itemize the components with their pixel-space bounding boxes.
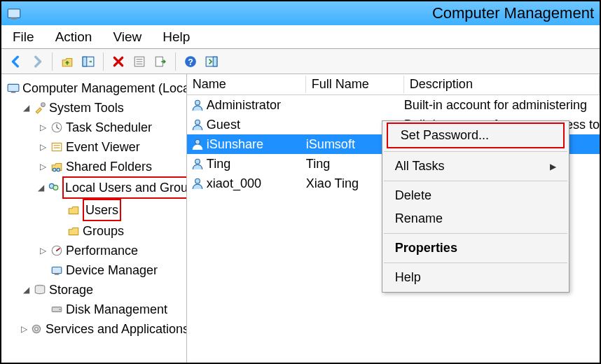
event-viewer-icon	[50, 141, 63, 153]
tree-event-viewer[interactable]: ▷ Event Viewer	[4, 137, 184, 157]
expander-open-icon[interactable]: ◢	[21, 285, 31, 295]
svg-point-36	[195, 159, 200, 164]
context-all-tasks[interactable]: All Tasks▶	[382, 155, 569, 178]
window-titlebar: Computer Management	[1, 1, 600, 25]
menu-help[interactable]: Help	[160, 27, 193, 48]
context-rename[interactable]: Rename	[382, 207, 569, 230]
clock-icon	[50, 121, 63, 134]
context-label: Set Password...	[401, 128, 489, 143]
menu-file[interactable]: File	[10, 27, 37, 48]
svg-point-23	[53, 186, 58, 190]
window-title: Computer Management	[432, 4, 594, 22]
tree-device-manager[interactable]: Device Manager	[4, 260, 184, 280]
svg-point-37	[195, 178, 200, 183]
context-label: All Tasks	[395, 159, 445, 174]
toolbar-separator	[103, 52, 104, 71]
back-button[interactable]	[7, 52, 25, 71]
tree-label: Performance	[66, 241, 138, 260]
user-icon	[191, 177, 204, 190]
services-icon	[30, 323, 43, 335]
svg-point-35	[195, 139, 200, 144]
context-delete[interactable]: Delete	[382, 184, 569, 207]
workspace: Computer Management (Local) ◢ System Too…	[1, 74, 600, 363]
tree-performance[interactable]: ▷ Performance	[4, 241, 184, 260]
action-panel-button[interactable]	[202, 52, 221, 71]
tree-label: Event Viewer	[66, 137, 140, 157]
tree-system-tools[interactable]: ◢ System Tools	[4, 98, 184, 118]
tree-groups[interactable]: Groups	[4, 221, 184, 241]
tree-shared-folders[interactable]: ▷ Shared Folders	[4, 157, 184, 176]
users-groups-icon	[47, 181, 60, 194]
help-button[interactable]: ?	[181, 52, 200, 71]
tree-root[interactable]: Computer Management (Local)	[4, 78, 184, 98]
highlighted-tree-item: Users	[83, 199, 121, 221]
user-icon	[191, 118, 204, 131]
svg-rect-17	[52, 143, 62, 150]
expander-closed-icon[interactable]: ▷	[21, 324, 27, 334]
svg-rect-13	[8, 84, 19, 91]
expander-open-icon[interactable]: ◢	[21, 103, 31, 113]
context-set-password[interactable]: Set Password...	[387, 122, 565, 148]
expander-closed-icon[interactable]: ▷	[38, 162, 48, 172]
tree-label: Task Scheduler	[66, 118, 152, 137]
col-header-description[interactable]: Description	[404, 76, 600, 93]
shared-folders-icon	[50, 160, 63, 173]
context-label: Delete	[395, 188, 431, 203]
tree-users[interactable]: Users	[4, 199, 184, 221]
context-menu: Set Password... All Tasks▶ Delete Rename…	[382, 120, 569, 293]
toolbar: ?	[1, 49, 600, 74]
tree-label: Shared Folders	[66, 157, 152, 176]
expander-closed-icon[interactable]: ▷	[38, 142, 48, 152]
tree-pane: Computer Management (Local) ◢ System Too…	[1, 74, 187, 363]
tree-label: Users	[85, 203, 118, 217]
storage-icon	[34, 284, 46, 296]
menu-view[interactable]: View	[110, 27, 144, 48]
user-icon	[191, 158, 204, 170]
forward-button[interactable]	[28, 52, 46, 71]
tree-services-apps[interactable]: ▷ Services and Applications	[4, 319, 184, 339]
svg-rect-14	[11, 92, 16, 93]
context-separator	[384, 233, 567, 234]
svg-rect-27	[55, 274, 60, 275]
list-header: Name Full Name Description	[187, 74, 600, 95]
context-properties[interactable]: Properties	[382, 237, 569, 260]
svg-point-34	[195, 120, 200, 125]
svg-point-32	[35, 328, 39, 331]
tree-disk-management[interactable]: Disk Management	[4, 300, 184, 319]
tree-label: Device Manager	[66, 260, 158, 280]
cell-name: Administrator	[207, 98, 281, 113]
list-row-administrator[interactable]: Administrator Built-in account for admin…	[187, 95, 600, 115]
svg-rect-0	[8, 9, 20, 18]
svg-point-15	[41, 103, 46, 107]
col-header-name[interactable]: Name	[187, 76, 306, 93]
context-separator	[384, 181, 567, 181]
col-header-fullname[interactable]: Full Name	[306, 76, 404, 93]
export-list-button[interactable]	[151, 52, 170, 71]
svg-point-33	[195, 100, 200, 105]
tree-storage[interactable]: ◢ Storage	[4, 280, 184, 300]
show-hide-tree-button[interactable]	[79, 52, 97, 71]
menu-action[interactable]: Action	[53, 27, 95, 48]
svg-text:?: ?	[188, 57, 193, 66]
tree-label: Services and Applications	[46, 319, 187, 339]
svg-point-21	[57, 168, 60, 172]
folder-icon	[67, 225, 80, 237]
context-label: Rename	[395, 211, 443, 226]
delete-button[interactable]	[109, 52, 127, 71]
svg-point-30	[59, 309, 60, 310]
context-separator	[384, 151, 567, 152]
svg-rect-3	[83, 57, 87, 66]
context-label: Help	[395, 270, 421, 285]
context-help[interactable]: Help	[382, 266, 569, 289]
up-button[interactable]	[58, 52, 76, 71]
properties-button[interactable]	[130, 52, 148, 71]
expander-closed-icon[interactable]: ▷	[38, 122, 48, 132]
toolbar-separator	[52, 52, 53, 71]
expander-closed-icon[interactable]: ▷	[38, 246, 48, 255]
svg-point-20	[53, 168, 56, 172]
performance-icon	[50, 244, 63, 257]
tree-task-scheduler[interactable]: ▷ Task Scheduler	[4, 118, 184, 137]
tree-local-users-groups[interactable]: ◢ Local Users and Groups	[4, 176, 184, 199]
expander-open-icon[interactable]: ◢	[38, 183, 44, 192]
tools-icon	[34, 102, 46, 114]
